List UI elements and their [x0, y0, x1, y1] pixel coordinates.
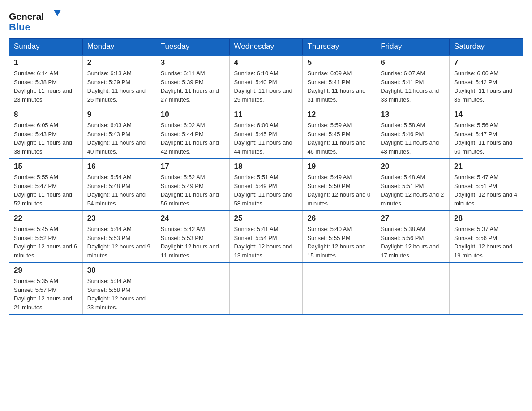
day-number: 15 — [14, 162, 78, 171]
day-number: 14 — [454, 110, 518, 119]
calendar-day-cell: 18Sunrise: 5:51 AMSunset: 5:49 PMDayligh… — [229, 159, 303, 211]
calendar-week-row: 8Sunrise: 6:05 AMSunset: 5:43 PMDaylight… — [9, 107, 523, 159]
day-number: 7 — [454, 58, 518, 67]
day-number: 2 — [87, 58, 151, 67]
calendar-day-cell: 29Sunrise: 5:35 AMSunset: 5:57 PMDayligh… — [9, 263, 83, 315]
day-info: Sunrise: 6:10 AMSunset: 5:40 PMDaylight:… — [234, 69, 298, 104]
calendar-day-cell: 9Sunrise: 6:03 AMSunset: 5:43 PMDaylight… — [82, 107, 156, 159]
day-number: 13 — [381, 110, 445, 119]
calendar-day-cell: 15Sunrise: 5:55 AMSunset: 5:47 PMDayligh… — [9, 159, 83, 211]
day-info: Sunrise: 5:58 AMSunset: 5:46 PMDaylight:… — [381, 121, 445, 156]
calendar-day-cell: 11Sunrise: 6:00 AMSunset: 5:45 PMDayligh… — [229, 107, 303, 159]
day-number: 1 — [14, 58, 78, 67]
day-number: 10 — [161, 110, 225, 119]
calendar-table: Sunday Monday Tuesday Wednesday Thursday… — [9, 38, 523, 315]
day-info: Sunrise: 6:03 AMSunset: 5:43 PMDaylight:… — [87, 121, 151, 156]
day-info: Sunrise: 5:56 AMSunset: 5:47 PMDaylight:… — [454, 121, 518, 156]
day-info: Sunrise: 6:07 AMSunset: 5:41 PMDaylight:… — [381, 69, 445, 104]
calendar-header-row: Sunday Monday Tuesday Wednesday Thursday… — [9, 39, 523, 56]
day-info: Sunrise: 6:05 AMSunset: 5:43 PMDaylight:… — [14, 121, 78, 156]
page-header: General Blue — [9, 9, 523, 34]
day-number: 16 — [87, 162, 151, 171]
day-number: 19 — [307, 162, 371, 171]
day-info: Sunrise: 5:51 AMSunset: 5:49 PMDaylight:… — [234, 173, 298, 208]
day-info: Sunrise: 6:02 AMSunset: 5:44 PMDaylight:… — [161, 121, 225, 156]
day-number: 11 — [234, 110, 298, 119]
day-info: Sunrise: 6:11 AMSunset: 5:39 PMDaylight:… — [161, 69, 225, 104]
day-number: 18 — [234, 162, 298, 171]
day-info: Sunrise: 6:14 AMSunset: 5:38 PMDaylight:… — [14, 69, 78, 104]
day-info: Sunrise: 5:34 AMSunset: 5:58 PMDaylight:… — [87, 277, 151, 312]
calendar-day-cell: 24Sunrise: 5:42 AMSunset: 5:53 PMDayligh… — [156, 211, 229, 263]
calendar-day-cell: 3Sunrise: 6:11 AMSunset: 5:39 PMDaylight… — [156, 55, 229, 107]
col-friday: Friday — [376, 39, 450, 56]
day-number: 9 — [87, 110, 151, 119]
calendar-day-cell: 13Sunrise: 5:58 AMSunset: 5:46 PMDayligh… — [376, 107, 450, 159]
calendar-day-cell — [156, 263, 229, 315]
day-info: Sunrise: 5:41 AMSunset: 5:54 PMDaylight:… — [234, 225, 298, 260]
calendar-week-row: 22Sunrise: 5:45 AMSunset: 5:52 PMDayligh… — [9, 211, 523, 263]
day-number: 30 — [87, 266, 151, 275]
calendar-day-cell: 26Sunrise: 5:40 AMSunset: 5:55 PMDayligh… — [303, 211, 376, 263]
calendar-day-cell — [376, 263, 450, 315]
day-info: Sunrise: 5:40 AMSunset: 5:55 PMDaylight:… — [307, 225, 371, 260]
day-number: 27 — [381, 214, 445, 223]
calendar-day-cell: 14Sunrise: 5:56 AMSunset: 5:47 PMDayligh… — [450, 107, 523, 159]
day-info: Sunrise: 5:59 AMSunset: 5:45 PMDaylight:… — [307, 121, 371, 156]
calendar-day-cell: 1Sunrise: 6:14 AMSunset: 5:38 PMDaylight… — [9, 55, 83, 107]
svg-text:Blue: Blue — [9, 21, 30, 33]
col-wednesday: Wednesday — [229, 39, 303, 56]
calendar-day-cell: 10Sunrise: 6:02 AMSunset: 5:44 PMDayligh… — [156, 107, 229, 159]
day-info: Sunrise: 5:35 AMSunset: 5:57 PMDaylight:… — [14, 277, 78, 312]
day-number: 29 — [14, 266, 78, 275]
day-info: Sunrise: 6:06 AMSunset: 5:42 PMDaylight:… — [454, 69, 518, 104]
day-number: 4 — [234, 58, 298, 67]
logo: General Blue — [9, 9, 63, 34]
day-number: 22 — [14, 214, 78, 223]
calendar-day-cell: 7Sunrise: 6:06 AMSunset: 5:42 PMDaylight… — [450, 55, 523, 107]
day-info: Sunrise: 5:45 AMSunset: 5:52 PMDaylight:… — [14, 225, 78, 260]
col-sunday: Sunday — [9, 39, 83, 56]
calendar-day-cell: 5Sunrise: 6:09 AMSunset: 5:41 PMDaylight… — [303, 55, 376, 107]
day-info: Sunrise: 5:48 AMSunset: 5:51 PMDaylight:… — [381, 173, 445, 208]
day-number: 21 — [454, 162, 518, 171]
day-number: 23 — [87, 214, 151, 223]
calendar-day-cell: 30Sunrise: 5:34 AMSunset: 5:58 PMDayligh… — [82, 263, 156, 315]
calendar-week-row: 29Sunrise: 5:35 AMSunset: 5:57 PMDayligh… — [9, 263, 523, 315]
svg-text:General: General — [9, 11, 44, 21]
col-saturday: Saturday — [450, 39, 523, 56]
day-info: Sunrise: 5:47 AMSunset: 5:51 PMDaylight:… — [454, 173, 518, 208]
calendar-day-cell — [450, 263, 523, 315]
day-info: Sunrise: 6:09 AMSunset: 5:41 PMDaylight:… — [307, 69, 371, 104]
col-tuesday: Tuesday — [156, 39, 229, 56]
calendar-day-cell: 6Sunrise: 6:07 AMSunset: 5:41 PMDaylight… — [376, 55, 450, 107]
day-info: Sunrise: 5:42 AMSunset: 5:53 PMDaylight:… — [161, 225, 225, 260]
calendar-day-cell: 23Sunrise: 5:44 AMSunset: 5:53 PMDayligh… — [82, 211, 156, 263]
logo-svg: General Blue — [9, 9, 63, 34]
day-number: 24 — [161, 214, 225, 223]
day-info: Sunrise: 6:00 AMSunset: 5:45 PMDaylight:… — [234, 121, 298, 156]
day-info: Sunrise: 5:49 AMSunset: 5:50 PMDaylight:… — [307, 173, 371, 208]
col-monday: Monday — [82, 39, 156, 56]
calendar-day-cell: 19Sunrise: 5:49 AMSunset: 5:50 PMDayligh… — [303, 159, 376, 211]
calendar-day-cell — [303, 263, 376, 315]
day-info: Sunrise: 5:52 AMSunset: 5:49 PMDaylight:… — [161, 173, 225, 208]
calendar-day-cell: 22Sunrise: 5:45 AMSunset: 5:52 PMDayligh… — [9, 211, 83, 263]
calendar-day-cell: 25Sunrise: 5:41 AMSunset: 5:54 PMDayligh… — [229, 211, 303, 263]
day-info: Sunrise: 6:13 AMSunset: 5:39 PMDaylight:… — [87, 69, 151, 104]
day-number: 5 — [307, 58, 371, 67]
calendar-day-cell: 16Sunrise: 5:54 AMSunset: 5:48 PMDayligh… — [82, 159, 156, 211]
calendar-day-cell: 20Sunrise: 5:48 AMSunset: 5:51 PMDayligh… — [376, 159, 450, 211]
calendar-week-row: 1Sunrise: 6:14 AMSunset: 5:38 PMDaylight… — [9, 55, 523, 107]
calendar-day-cell: 4Sunrise: 6:10 AMSunset: 5:40 PMDaylight… — [229, 55, 303, 107]
day-number: 6 — [381, 58, 445, 67]
day-number: 26 — [307, 214, 371, 223]
day-number: 20 — [381, 162, 445, 171]
day-number: 3 — [161, 58, 225, 67]
day-info: Sunrise: 5:38 AMSunset: 5:56 PMDaylight:… — [381, 225, 445, 260]
day-number: 17 — [161, 162, 225, 171]
day-number: 12 — [307, 110, 371, 119]
day-info: Sunrise: 5:54 AMSunset: 5:48 PMDaylight:… — [87, 173, 151, 208]
calendar-day-cell: 17Sunrise: 5:52 AMSunset: 5:49 PMDayligh… — [156, 159, 229, 211]
calendar-day-cell: 21Sunrise: 5:47 AMSunset: 5:51 PMDayligh… — [450, 159, 523, 211]
